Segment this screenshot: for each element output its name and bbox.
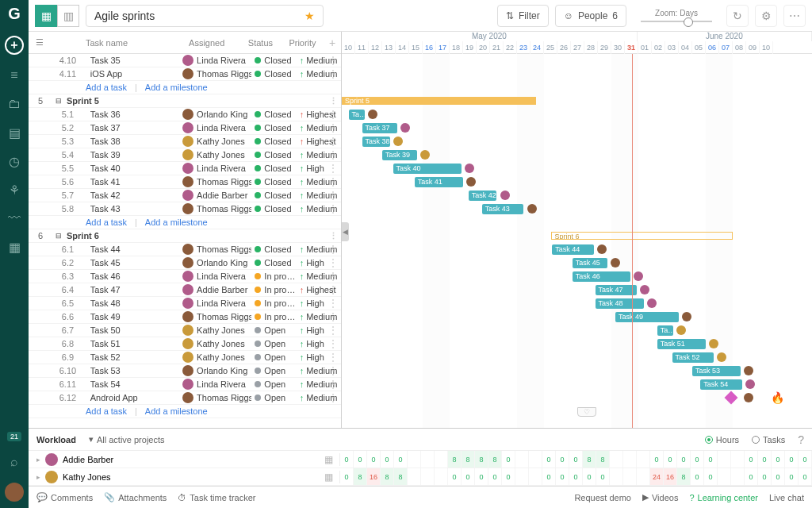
workload-cell[interactable] — [731, 451, 745, 468]
status[interactable]: Open — [251, 352, 296, 362]
col-priority[interactable]: Priority — [282, 38, 324, 48]
status[interactable]: Closed — [251, 69, 296, 79]
workload-filter[interactable]: ▾ All active projects — [89, 434, 165, 444]
user-avatar[interactable] — [45, 471, 58, 483]
workload-cell[interactable]: 8 — [677, 468, 691, 485]
task-row[interactable]: 6.4 Task 47 Addie Barber In pro… ↑Highes… — [29, 283, 341, 297]
gantt-bar[interactable]: Task 42 — [469, 190, 497, 201]
workload-cell[interactable]: 0 — [542, 451, 556, 468]
task-name[interactable]: Task 49 — [84, 312, 182, 321]
assignee[interactable]: Kathy Jones — [182, 352, 251, 363]
assignee[interactable]: Thomas Riggs — [182, 68, 251, 79]
workload-cell[interactable]: 16 — [367, 468, 381, 485]
workload-cell[interactable]: 0 — [340, 468, 354, 485]
videos-button[interactable]: ▶ Videos — [642, 492, 678, 502]
status[interactable]: Closed — [251, 204, 296, 214]
user-avatar[interactable] — [5, 483, 24, 502]
row-more-icon[interactable]: ⋮ — [328, 68, 338, 79]
workload-cell[interactable]: 0 — [677, 451, 691, 468]
notification-badge[interactable]: 21 — [7, 432, 21, 441]
live-chat-button[interactable]: Live chat — [769, 493, 804, 502]
day-cell[interactable]: 05 — [692, 41, 706, 54]
task-name[interactable]: Task 37 — [84, 123, 182, 133]
workload-cell[interactable]: 0 — [583, 468, 596, 485]
status[interactable]: Open — [251, 366, 296, 375]
workload-cell[interactable]: 0 — [664, 451, 677, 468]
task-name[interactable]: Task 52 — [84, 352, 182, 362]
workload-cell[interactable]: 0 — [704, 451, 718, 468]
task-row[interactable]: 6.10 Task 53 Orlando King Open ↑Medium ⋮ — [29, 364, 341, 378]
zoom-control[interactable]: Zoom: Days — [633, 9, 720, 22]
workload-cell[interactable] — [435, 451, 448, 468]
star-icon[interactable]: ★ — [304, 10, 315, 22]
task-name[interactable]: Task 45 — [84, 258, 182, 267]
task-row[interactable]: 5.6 Task 41 Thomas Riggs Closed ↑Medium … — [29, 175, 341, 189]
calendar-icon[interactable]: ▦ — [324, 471, 333, 483]
help-icon[interactable]: ? — [798, 433, 804, 446]
workload-cell[interactable]: 16 — [664, 468, 677, 485]
add-column-button[interactable]: + — [324, 37, 341, 49]
task-row[interactable]: 5.8 Task 43 Thomas Riggs Closed ↑Medium … — [29, 202, 341, 216]
task-name[interactable]: Android App — [84, 393, 182, 402]
row-more-icon[interactable]: ⋮ — [328, 271, 338, 282]
assignee-avatar[interactable] — [368, 110, 377, 119]
workload-cell[interactable] — [718, 468, 731, 485]
workload-cell[interactable]: 8 — [462, 451, 475, 468]
list-icon[interactable]: ▤ — [6, 125, 22, 140]
assignee-avatar[interactable] — [611, 258, 620, 267]
task-row[interactable]: 6.3 Task 46 Linda Rivera In pro… ↑Medium… — [29, 270, 341, 283]
gantt-bar[interactable]: Ta… — [349, 110, 365, 120]
add-task-link[interactable]: Add a task — [86, 406, 127, 416]
task-name[interactable]: Task 47 — [84, 285, 182, 294]
day-cell[interactable]: 22 — [504, 41, 517, 54]
workload-cell[interactable]: 0 — [556, 468, 569, 485]
col-status[interactable]: Status — [239, 38, 282, 48]
gantt-bar[interactable]: Ta… — [657, 325, 673, 336]
assignee[interactable]: Linda Rivera — [182, 271, 251, 282]
day-cell[interactable]: 31 — [625, 41, 638, 54]
workload-cell[interactable]: 0 — [596, 468, 610, 485]
workload-cell[interactable]: 8 — [394, 468, 408, 485]
assignee[interactable]: Linda Rivera — [182, 55, 251, 66]
task-row[interactable]: 4.10 Task 35 Linda Rivera Closed ↑Medium… — [29, 54, 341, 67]
workload-cell[interactable]: 0 — [745, 451, 758, 468]
assignee[interactable]: Kathy Jones — [182, 149, 251, 160]
workload-cell[interactable] — [623, 451, 637, 468]
task-row[interactable]: 5.1 Task 36 Orlando King Closed ↑Highest… — [29, 108, 341, 121]
assignee[interactable]: Kathy Jones — [182, 338, 251, 349]
assignee-avatar[interactable] — [634, 271, 643, 281]
workload-cell[interactable]: 8 — [488, 451, 502, 468]
task-row[interactable]: 6.9 Task 52 Kathy Jones Open ↑High ⋮ — [29, 351, 341, 364]
workload-cell[interactable]: 0 — [381, 451, 394, 468]
chart-icon[interactable]: 〰 — [6, 210, 22, 226]
workload-cell[interactable]: 8 — [475, 451, 488, 468]
assignee[interactable]: Addie Barber — [182, 190, 251, 201]
status[interactable]: Closed — [251, 190, 296, 200]
day-cell[interactable]: 06 — [706, 41, 719, 54]
workload-cell[interactable]: 8 — [354, 468, 367, 485]
task-name[interactable]: Task 36 — [84, 110, 182, 119]
task-name[interactable]: Task 44 — [84, 244, 182, 254]
task-name[interactable]: Task 54 — [84, 379, 182, 389]
workload-cell[interactable] — [718, 451, 731, 468]
workload-cell[interactable] — [421, 451, 435, 468]
assignee[interactable]: Thomas Riggs — [182, 311, 251, 322]
gantt-bar[interactable]: Task 51 — [657, 339, 706, 349]
task-row[interactable]: 5.7 Task 42 Addie Barber Closed ↑Medium … — [29, 189, 341, 202]
status[interactable]: Open — [251, 339, 296, 348]
assignee[interactable]: Orlando King — [182, 257, 251, 268]
task-name[interactable]: Task 46 — [84, 271, 182, 281]
gantt-bar[interactable]: Task 48 — [596, 298, 644, 309]
day-cell[interactable]: 14 — [396, 41, 409, 54]
task-name[interactable]: Task 40 — [84, 164, 182, 173]
day-cell[interactable]: 08 — [733, 41, 746, 54]
assignee-avatar[interactable] — [400, 123, 410, 133]
inbox-icon[interactable]: ≡ — [6, 67, 22, 83]
workload-cell[interactable]: 0 — [799, 468, 812, 485]
gantt-bar[interactable]: Task 37 — [362, 123, 397, 133]
assignee[interactable]: Linda Rivera — [182, 163, 251, 174]
day-cell[interactable]: 07 — [719, 41, 733, 54]
workload-cell[interactable]: 0 — [745, 468, 758, 485]
gantt-view-button[interactable]: ▦ — [35, 5, 57, 27]
row-more-icon[interactable]: ⋮ — [328, 176, 338, 187]
